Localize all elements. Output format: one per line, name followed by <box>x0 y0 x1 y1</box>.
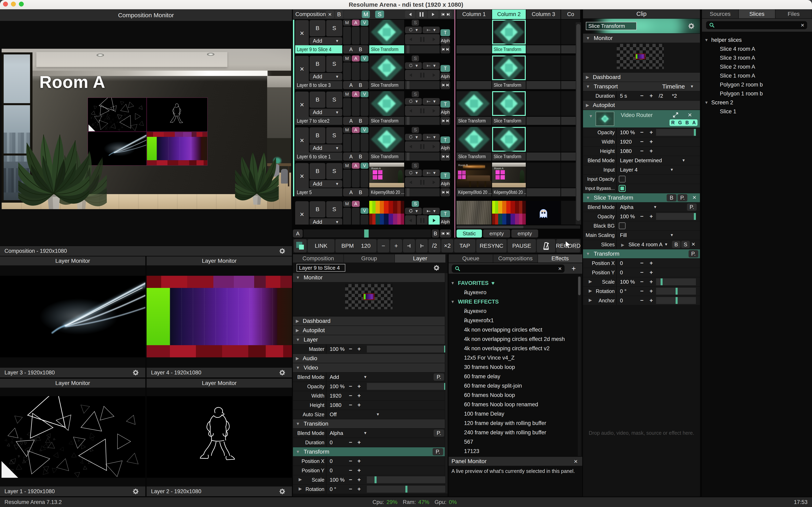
layer-3-crossfader-ab[interactable]: AB <box>343 153 368 161</box>
layer-3-sync-button[interactable]: S <box>412 127 419 133</box>
layer-monitor-header[interactable]: Layer Monitor <box>0 379 146 388</box>
slider-thumb[interactable] <box>694 213 696 220</box>
crossfader-a-button[interactable]: A <box>293 229 303 237</box>
clip-cell-r3c2[interactable] <box>492 127 526 152</box>
layer-video-height-row-plus[interactable]: + <box>355 402 363 408</box>
expand-triangle-icon[interactable]: ▶ <box>299 486 302 491</box>
metronome-button[interactable] <box>537 239 556 252</box>
layer-4-solo-button[interactable]: S <box>326 163 342 179</box>
layer-3-solo-button[interactable]: S <box>326 127 342 144</box>
layer-video-opacity-row-plus[interactable]: + <box>355 383 363 390</box>
slice-item-2[interactable]: Slice 2 room A <box>702 63 812 71</box>
clip-name-field[interactable]: Slice Transform <box>586 22 637 30</box>
clip-transform-section[interactable]: ▼TransformP. <box>583 249 700 258</box>
clip-cell-r5c3[interactable] <box>526 201 561 225</box>
layer-1-active-clip-name[interactable]: Slice Transform <box>369 81 404 89</box>
nudge-back-button[interactable] <box>403 239 415 252</box>
layer-5-pause-button[interactable] <box>417 215 428 225</box>
collapse-triangle-icon[interactable]: ▼ <box>296 275 300 280</box>
layer-3-alpha-button[interactable]: Alph <box>441 144 450 152</box>
skip-forward-icon[interactable] <box>446 231 451 236</box>
tab-files[interactable]: Files <box>775 9 812 18</box>
clip-name-r4c3[interactable] <box>526 188 561 196</box>
layer-5-preview-thumb[interactable] <box>369 201 404 225</box>
layer-video-blend-row-value[interactable]: Add <box>330 374 339 380</box>
layer-2-blend-dropdown[interactable]: Add▼ <box>309 109 342 116</box>
layer-0-bypass-button[interactable]: B <box>309 20 326 36</box>
layer-5-play-button[interactable] <box>428 215 440 225</box>
layer-4-clip-progress[interactable] <box>405 188 440 196</box>
link-button[interactable]: LINK <box>307 239 335 252</box>
clip-rotation-row-plus[interactable]: + <box>647 288 656 294</box>
layer-3-bypass-button[interactable]: B <box>309 127 326 144</box>
layer-4-master-button[interactable]: M <box>343 163 351 169</box>
effects-favorite-item-0[interactable]: йцукенго <box>449 288 577 297</box>
layer-transition-blend-row-value[interactable]: Alpha <box>330 430 343 436</box>
clear-search-icon[interactable]: × <box>558 265 562 272</box>
layer-5-master-button[interactable]: M <box>343 201 351 207</box>
layer-5-transition-time-button[interactable]: T <box>441 210 450 217</box>
layer-rotation-row-value[interactable]: 0 ° <box>330 486 336 492</box>
tab-effects[interactable]: Effects <box>538 255 582 263</box>
column-header-2[interactable]: Column 2 <box>492 9 526 19</box>
slices-close-icon[interactable]: × <box>691 240 695 248</box>
clip-name-r1c2[interactable]: Slice Transform <box>492 81 526 89</box>
layer-transition-duration-row-minus[interactable]: − <box>346 439 355 446</box>
collapse-triangle-icon[interactable]: ▼ <box>451 281 455 285</box>
layer-monitor-gear-icon[interactable] <box>279 488 286 495</box>
clip-rotation-row-minus[interactable]: − <box>637 288 646 294</box>
layer-0-blend-dropdown[interactable]: Add▼ <box>309 37 342 45</box>
layer-master-row-value[interactable]: 100 % <box>330 346 345 352</box>
resolume-logo-button[interactable] <box>294 239 307 252</box>
layer-4-clear-button[interactable]: × <box>295 163 309 189</box>
composition-master-button[interactable]: M <box>362 10 370 18</box>
crossfader-b-button[interactable]: B <box>432 229 439 237</box>
layer-1-skip-buttons[interactable] <box>441 81 450 89</box>
deck-tab-empty-2[interactable]: empty <box>511 229 538 237</box>
layer-5-clear-button[interactable]: × <box>295 201 309 225</box>
effects-wire-item-8[interactable]: 60 frame delay split-join <box>449 381 577 390</box>
layer-scale-row-minus[interactable]: − <box>346 476 355 483</box>
clip-posy-row-value[interactable]: 0 <box>620 270 623 276</box>
collapse-triangle-icon[interactable]: ▼ <box>296 449 300 454</box>
layer-1-transition-time-button[interactable]: T <box>441 65 450 72</box>
expand-triangle-icon[interactable]: ▶ <box>296 319 299 324</box>
layer-rotation-row-plus[interactable]: + <box>355 486 363 492</box>
layer-5-fader-strip[interactable] <box>360 215 368 225</box>
layer-0-clear-button[interactable]: × <box>295 20 309 46</box>
layer-0-video-button[interactable]: V <box>360 20 368 26</box>
layer-monitor-header[interactable]: Layer Monitor <box>147 257 292 265</box>
bpm-double-button[interactable]: ×2 <box>441 239 453 252</box>
layer-monitor-gear-icon[interactable] <box>279 369 286 376</box>
layer-3-name[interactable]: Layer 6 to slice 1 <box>295 153 342 161</box>
layer-monitor-header[interactable]: Layer Monitor <box>0 257 146 265</box>
layer-posy-row-minus[interactable]: − <box>346 467 355 474</box>
skip-forward-icon[interactable] <box>446 83 450 87</box>
clip-posx-row-minus[interactable]: − <box>637 260 646 266</box>
layer-3-clear-button[interactable]: × <box>295 127 309 154</box>
clip-cell-r2c2[interactable] <box>492 91 526 116</box>
layer-transform-section[interactable]: ▼TransformP. <box>293 447 445 456</box>
st-blend-params-button[interactable]: P. <box>687 204 697 211</box>
expand-triangle-icon[interactable]: ▶ <box>589 298 592 302</box>
layer-0-transport-buttons[interactable] <box>405 34 440 45</box>
layer-3-master-button[interactable]: M <box>343 127 351 133</box>
slice-item-3[interactable]: Slice 1 room A <box>702 71 812 80</box>
layer-1-master-button[interactable]: M <box>343 55 351 61</box>
layer-1-fader-strip[interactable] <box>360 62 368 80</box>
layer-2-loop-mode-dropdown[interactable]: ▼ <box>405 98 422 105</box>
layer-1-loop-mode-dropdown[interactable]: ▼ <box>405 62 422 69</box>
clip-cell-r3c3[interactable] <box>526 127 561 152</box>
dropdown-arrow-icon[interactable]: ▼ <box>376 412 380 417</box>
layer-4-crossfader-ab[interactable]: AB <box>343 188 368 196</box>
composition-pause-button[interactable] <box>416 10 427 18</box>
layer-scale-row-plus[interactable]: + <box>355 476 363 483</box>
clip-cell-r3c1[interactable] <box>457 127 491 152</box>
layer-0-solo-button[interactable]: S <box>326 20 342 36</box>
clip-settings-gear-icon[interactable] <box>687 22 695 30</box>
layer-2-fader-strip[interactable] <box>360 98 368 116</box>
crossfader-skip-buttons[interactable] <box>440 229 451 237</box>
layer-1-transport-buttons[interactable] <box>405 70 440 80</box>
layer-4-skip-buttons[interactable] <box>441 188 450 196</box>
layer-4-bypass-button[interactable]: B <box>309 163 326 179</box>
